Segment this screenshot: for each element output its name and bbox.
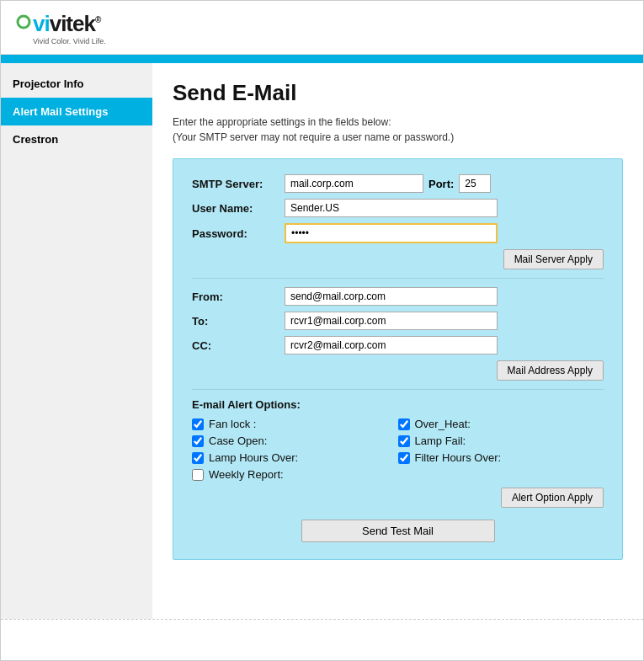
main-layout: Projector Info Alert Mail Settings Crest… — [1, 63, 643, 619]
logo-area: vivitek® Vivid Color. Vivid Life. — [16, 11, 628, 45]
mail-server-apply-row: Mail Server Apply — [192, 249, 604, 269]
logo-tagline: Vivid Color. Vivid Life. — [33, 37, 106, 45]
mail-address-apply-row: Mail Address Apply — [192, 360, 604, 381]
description: Enter the appropriate settings in the fi… — [173, 115, 623, 145]
case-open-checkbox[interactable] — [192, 435, 204, 447]
password-input[interactable] — [285, 223, 498, 243]
weekly-report-row: Weekly Report: — [192, 468, 398, 481]
from-row: From: — [192, 287, 604, 306]
over-heat-checkbox[interactable] — [398, 418, 410, 430]
to-row: To: — [192, 312, 604, 330]
content-area: Send E-Mail Enter the appropriate settin… — [152, 63, 643, 619]
fan-lock-row: Fan lock : — [192, 418, 398, 430]
case-open-label: Case Open: — [209, 434, 267, 447]
over-heat-label: Over_Heat: — [415, 418, 471, 430]
vivitek-logo-circle-icon — [16, 14, 31, 29]
username-row: User Name: — [192, 199, 604, 217]
alert-options-title: E-mail Alert Options: — [192, 398, 604, 411]
alert-option-apply-button[interactable]: Alert Option Apply — [501, 488, 604, 508]
lamp-hours-row: Lamp Hours Over: — [192, 451, 398, 464]
lamp-hours-checkbox[interactable] — [192, 452, 204, 464]
blue-bar — [1, 55, 643, 63]
lamp-fail-row: Lamp Fail: — [398, 434, 604, 447]
cc-input[interactable] — [285, 336, 498, 354]
empty-cell — [398, 468, 604, 481]
page-title: Send E-Mail — [173, 80, 623, 106]
port-input[interactable] — [459, 174, 491, 193]
over-heat-row: Over_Heat: — [398, 418, 604, 430]
case-open-row: Case Open: — [192, 434, 398, 447]
sidebar: Projector Info Alert Mail Settings Crest… — [1, 63, 152, 619]
divider1 — [192, 278, 604, 279]
checkbox-grid: Fan lock : Over_Heat: Case Open: Lamp Fa… — [192, 418, 604, 481]
fan-lock-label: Fan lock : — [209, 418, 256, 430]
sidebar-item-crestron[interactable]: Crestron — [1, 125, 152, 153]
weekly-report-checkbox[interactable] — [192, 469, 204, 481]
footer-text — [18, 628, 20, 638]
to-label: To: — [192, 315, 285, 328]
smtp-row: SMTP Server: Port: — [192, 174, 604, 193]
fan-lock-checkbox[interactable] — [192, 418, 204, 430]
username-label: User Name: — [192, 202, 285, 215]
svg-point-0 — [18, 16, 29, 28]
filter-hours-label: Filter Hours Over: — [415, 451, 502, 464]
header: vivitek® Vivid Color. Vivid Life. — [1, 1, 643, 55]
footer — [1, 619, 643, 647]
password-label: Password: — [192, 227, 285, 240]
lamp-hours-label: Lamp Hours Over: — [209, 451, 298, 464]
to-input[interactable] — [285, 312, 498, 330]
port-label: Port: — [428, 178, 454, 190]
alert-option-apply-row: Alert Option Apply — [192, 488, 604, 508]
filter-hours-checkbox[interactable] — [398, 452, 410, 464]
smtp-server-input[interactable] — [285, 174, 423, 193]
divider2 — [192, 389, 604, 390]
from-label: From: — [192, 291, 285, 303]
smtp-server-label: SMTP Server: — [192, 178, 285, 190]
sidebar-item-projector-info[interactable]: Projector Info — [1, 70, 152, 98]
filter-hours-row: Filter Hours Over: — [398, 451, 604, 464]
lamp-fail-label: Lamp Fail: — [415, 434, 466, 447]
send-test-row: Send Test Mail — [192, 520, 604, 542]
mail-server-apply-button[interactable]: Mail Server Apply — [503, 249, 604, 269]
from-input[interactable] — [285, 287, 498, 306]
weekly-report-label: Weekly Report: — [209, 468, 284, 481]
mail-address-apply-button[interactable]: Mail Address Apply — [497, 360, 604, 381]
logo-text: vivitek® — [33, 11, 100, 37]
send-test-mail-button[interactable]: Send Test Mail — [301, 520, 495, 542]
lamp-fail-checkbox[interactable] — [398, 435, 410, 447]
username-input[interactable] — [285, 199, 498, 217]
cc-row: CC: — [192, 336, 604, 354]
cc-label: CC: — [192, 339, 285, 352]
form-panel: SMTP Server: Port: User Name: Password: … — [173, 158, 623, 560]
sidebar-item-alert-mail-settings[interactable]: Alert Mail Settings — [1, 98, 152, 125]
password-row: Password: — [192, 223, 604, 243]
